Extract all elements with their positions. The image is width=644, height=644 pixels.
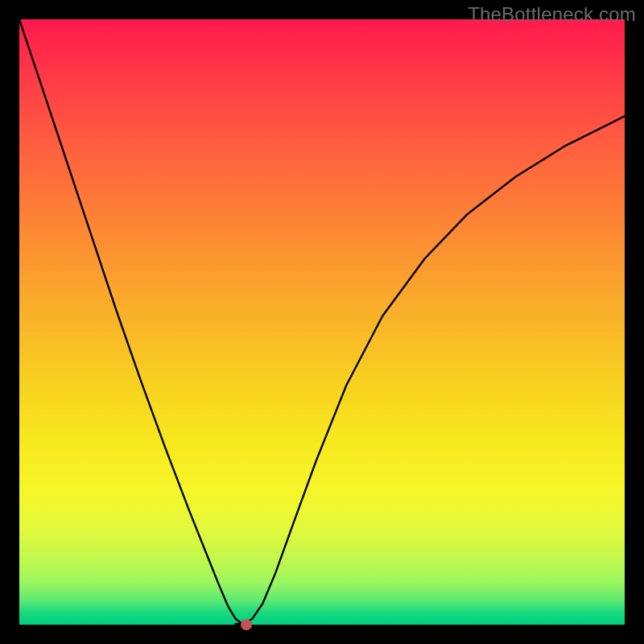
- chart-frame: TheBottleneck.com: [0, 0, 644, 644]
- plot-area: [19, 19, 625, 625]
- optimum-marker: [241, 619, 252, 630]
- bottleneck-curve: [19, 19, 625, 625]
- watermark-text: TheBottleneck.com: [468, 3, 636, 26]
